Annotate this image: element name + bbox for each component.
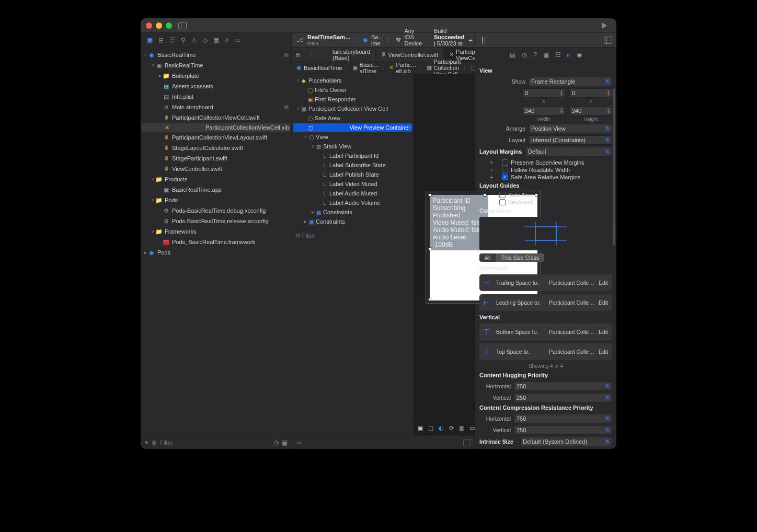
hugging-v-input[interactable]: 250⇅ (514, 393, 612, 402)
x-input[interactable]: 0▴▾ (522, 88, 565, 98)
outline-group[interactable]: ▿▦Participant Collection View Cell (292, 104, 413, 113)
height-input[interactable]: 240▴▾ (569, 106, 612, 115)
constraints-scope-segment[interactable]: AllThis Size Class (479, 253, 544, 262)
appearance-icon[interactable]: ◐ (439, 425, 444, 432)
outline-item-selected[interactable]: ▢View Preview Container (292, 123, 413, 132)
clock-icon[interactable]: ◷ (273, 439, 279, 446)
back-icon[interactable]: 〈 (303, 51, 315, 59)
intrinsic-select[interactable]: Default (System Defined)⇅ (520, 437, 612, 446)
tree-project-root[interactable]: ▿◉BasicRealTimeM (141, 50, 292, 60)
constraint-leading[interactable]: ⊢Leading Space to:Participant Colle…Edit (479, 294, 612, 311)
tree-file[interactable]: ⤋StageLayoutCalculator.swift (141, 143, 292, 153)
outline-item[interactable]: ▢Safe Area (292, 113, 413, 123)
tree-file-selected[interactable]: ✕ParticipantCollectionViewCell.xib (141, 123, 292, 132)
arrange-select[interactable]: Position View⇅ (529, 124, 612, 133)
filter-icon[interactable]: ⊜ (152, 439, 157, 446)
tree-file[interactable]: ⤋ViewController.swift (141, 164, 292, 174)
tree-file[interactable]: ▦Assets.xcassets (141, 81, 292, 91)
layout-icon[interactable]: ▥ (459, 425, 464, 432)
tree-file[interactable]: ✕Main.storyboardM (141, 102, 292, 112)
add-icon[interactable]: + (145, 439, 148, 446)
tree-file[interactable]: ▤Info.plist (141, 91, 292, 102)
scm-icon[interactable]: ▣ (282, 439, 288, 446)
debug-nav-icon[interactable]: ▦ (213, 37, 219, 44)
inspector-toggle-icon[interactable] (482, 37, 483, 44)
help-inspector-icon[interactable]: ? (533, 51, 537, 59)
constraints-diagram[interactable] (479, 217, 612, 250)
keyboard-guide-check[interactable]: Keyboard (499, 199, 612, 205)
run-button[interactable] (602, 22, 607, 29)
tree-file[interactable]: 🧰Pods_BasicRealTime.framework (141, 237, 292, 247)
symbol-nav-icon[interactable]: ☰ (169, 37, 175, 44)
sidebar-toggle-icon[interactable] (178, 22, 187, 29)
tree-file[interactable]: ⤋StageParticipant.swift (141, 153, 292, 164)
history-inspector-icon[interactable]: ◷ (522, 51, 527, 59)
safe-area-guide-check[interactable]: Safe Area (499, 192, 612, 198)
orientation-icon[interactable]: ⟳ (449, 425, 454, 432)
constraint-top[interactable]: ⊥Top Space to:Participant Colle…Edit (479, 343, 612, 360)
outline-item[interactable]: LLabel Subscribe State (292, 160, 413, 170)
readable-width-check[interactable]: +Follow Readable Width (490, 167, 612, 173)
tree-folder[interactable]: ▸📁Boilerplate (141, 71, 292, 81)
source-nav-icon[interactable]: ⊟ (158, 37, 164, 44)
connections-inspector-icon[interactable]: ◉ (577, 51, 582, 59)
doc-outline-toggle-icon[interactable]: ▣ (418, 425, 423, 432)
outline-item[interactable]: ▿▥Stack View (292, 142, 413, 151)
tree-file[interactable]: ⤋ParticipantCollectionViewCell.swift (141, 112, 292, 123)
tree-project[interactable]: ▸◉Pods (141, 247, 292, 258)
resize-handle[interactable] (428, 247, 431, 250)
hugging-h-input[interactable]: 250⇅ (514, 381, 612, 391)
outline-item[interactable]: ▿▢View (292, 132, 413, 142)
outline-item[interactable]: LLabel Audio Volume (292, 198, 413, 207)
size-inspector-icon[interactable]: ▹ (567, 51, 570, 59)
tree-folder[interactable]: ▿▣BasicRealTime (141, 60, 292, 71)
constraint-trailing[interactable]: ⊣Trailing Space to:Participant Colle…Edi… (479, 274, 612, 291)
tab-storyboard[interactable]: lain.storyboard (Base) (327, 48, 376, 62)
jump-bar[interactable]: ◉BasicRealTime〉 ▣Basic…alTime〉 ✕Partic…e… (292, 62, 475, 74)
grid-icon[interactable]: ⊞ (292, 51, 303, 58)
tree-file[interactable]: ⤋ParticipantCollectionViewLayout.swift (141, 132, 292, 143)
outline-item[interactable]: LLabel Publish State (292, 170, 413, 179)
margins-select[interactable]: Default⇅ (525, 147, 612, 156)
inspector-toggle-icon[interactable] (604, 37, 612, 44)
console-icon[interactable]: ▭ (296, 439, 302, 446)
close-icon[interactable] (146, 22, 152, 29)
scrollbar[interactable] (613, 88, 615, 245)
outline-filter-input[interactable] (302, 233, 410, 239)
zoom-icon[interactable] (166, 22, 172, 29)
report-nav-icon[interactable]: ▭ (234, 37, 240, 44)
find-nav-icon[interactable]: ⚲ (181, 37, 186, 44)
minimize-icon[interactable] (156, 22, 162, 29)
issue-nav-icon[interactable]: ⚠ (191, 37, 197, 44)
compression-v-input[interactable]: 750⇅ (514, 425, 612, 435)
outline-item[interactable]: LLabel Audio Muted (292, 189, 413, 198)
forward-icon[interactable]: 〉 (315, 51, 327, 59)
tree-file[interactable]: ▣BasicRealTime.app (141, 184, 292, 195)
project-nav-icon[interactable]: ▣ (147, 37, 153, 44)
show-select[interactable]: Frame Rectangle⇅ (529, 77, 612, 86)
outline-item[interactable]: LLabel Video Muted (292, 179, 413, 189)
file-inspector-icon[interactable]: ▤ (510, 51, 515, 59)
tree-folder[interactable]: ▿📁Products (141, 174, 292, 184)
y-input[interactable]: 0▴▾ (569, 88, 612, 98)
resize-handle[interactable] (428, 193, 431, 196)
filter-icon[interactable]: ⊜ (295, 232, 300, 239)
device-icon[interactable]: ▭ (469, 425, 475, 432)
debug-toggle-icon[interactable] (463, 439, 471, 446)
outline-item[interactable]: ◯File's Owner (292, 85, 413, 95)
identity-inspector-icon[interactable]: ▦ (543, 51, 549, 59)
outline-item[interactable]: ▸▦Constraints (292, 217, 413, 226)
tree-file[interactable]: ⚙Pods-BasicRealTime.debug.xcconfig (141, 205, 292, 216)
adjust-icon[interactable]: ▢ (428, 425, 433, 432)
outline-item[interactable]: ▸▦Constraints (292, 207, 413, 217)
add-tab-icon[interactable]: + (468, 36, 473, 44)
attributes-inspector-icon[interactable]: ☷ (555, 51, 561, 59)
width-input[interactable]: 240▴▾ (522, 106, 565, 115)
layout-select[interactable]: Inferred (Constraints)⇅ (529, 135, 612, 145)
outline-group[interactable]: ▿◆Placeholders (292, 76, 413, 85)
test-nav-icon[interactable]: ◇ (203, 37, 208, 44)
outline-item[interactable]: ▣First Responder (292, 95, 413, 104)
tree-folder[interactable]: ▿📁Frameworks (141, 226, 292, 237)
nav-filter-input[interactable] (160, 440, 270, 446)
compression-h-input[interactable]: 750⇅ (514, 414, 612, 423)
